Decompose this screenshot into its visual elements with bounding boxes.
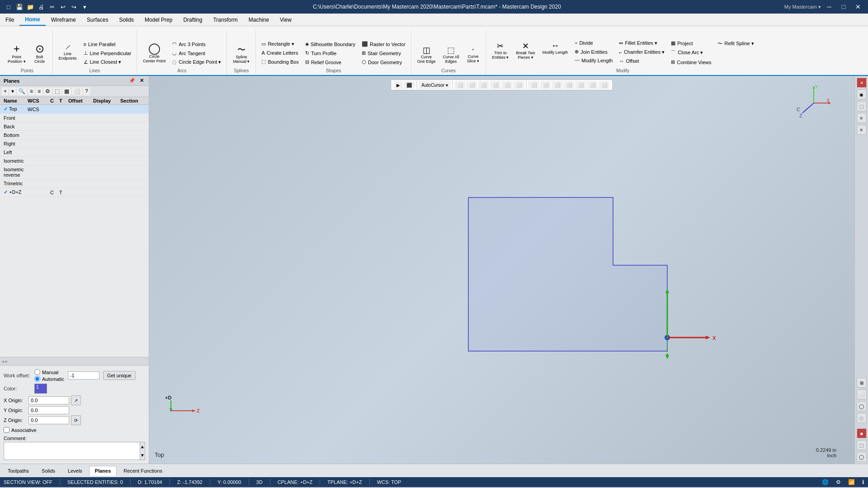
rp-button-4[interactable]: ≡ (857, 113, 867, 123)
silhouette-boundary-button[interactable]: ◈ Silhouette Boundary (302, 40, 358, 48)
arc-tangent-button[interactable]: ◡ Arc Tangent (170, 49, 224, 57)
door-geometry-button[interactable]: ⬡ Door Geometry (359, 58, 408, 66)
vt-view2[interactable]: ⬜ (540, 81, 551, 89)
create-letters-button[interactable]: A Create Letters (259, 49, 302, 57)
comment-scroll-down[interactable]: ▼ (140, 451, 145, 460)
menu-model-prep[interactable]: Model Prep (139, 14, 178, 26)
rp-button-3[interactable]: ⬚ (857, 101, 867, 111)
maximize-button[interactable]: □ (837, 2, 850, 12)
refit-spline-button[interactable]: 〜 Refit Spline ▾ (715, 39, 756, 48)
plane-row-isometric-reverse[interactable]: Isometric reverse (0, 165, 149, 179)
viewport[interactable]: ▶ ⬛ AutoCursor ▾ ⬜ ⬜ ⬜ ⬜ ⬜ ⬜ ⬜ ⬜ ⬜ ⬜ ⬜ ⬜… (149, 76, 854, 464)
menu-transform[interactable]: Transform (208, 14, 243, 26)
plane-tool7-button[interactable]: ⬚ (53, 87, 61, 95)
qat-save[interactable]: 💾 (14, 2, 24, 12)
plane-tool8-button[interactable]: ▦ (62, 87, 71, 95)
rp-button-7[interactable]: ⬜ (857, 389, 867, 399)
vt-view3[interactable]: ⬜ (552, 81, 563, 89)
comment-scroll-up[interactable]: ▲ (140, 442, 145, 451)
vt-view4[interactable]: ⬜ (564, 81, 575, 89)
rp-button-9[interactable]: ◌ (857, 413, 867, 423)
project-button[interactable]: ▦ Project (668, 39, 714, 47)
planes-scrollbar[interactable]: ◂ ▸ (0, 357, 149, 365)
fillet-entities-button[interactable]: ↭ Fillet Entities ▾ (616, 39, 667, 47)
menu-file[interactable]: File (0, 14, 19, 26)
menu-surfaces[interactable]: Surfaces (81, 14, 113, 26)
qat-open[interactable]: 📁 (25, 2, 35, 12)
menu-machine[interactable]: Machine (243, 14, 274, 26)
turn-profile-button[interactable]: ↻ Turn Profile (302, 49, 358, 57)
plane-row-front[interactable]: Front (0, 114, 149, 122)
point-position-button[interactable]: + PointPosition ▾ (5, 40, 29, 66)
vt-snap5[interactable]: ⬜ (502, 81, 513, 89)
vt-snap4[interactable]: ⬜ (490, 81, 501, 89)
vt-snap2[interactable]: ⬜ (467, 81, 477, 89)
tab-solids[interactable]: Solids (36, 466, 61, 476)
sb-info-button[interactable]: ℹ (862, 479, 864, 485)
plane-tool6-button[interactable]: ⚙ (43, 87, 52, 95)
offset-button[interactable]: ↔ Offset (616, 57, 667, 65)
rp-button-2[interactable]: ◉ (857, 89, 867, 99)
plane-search-button[interactable]: 🔍 (17, 87, 27, 95)
raster-to-vector-button[interactable]: ⬛ Raster to Vector (359, 40, 408, 48)
vt-autocursor-button[interactable]: AutoCursor ▾ (419, 81, 450, 89)
x-origin-input[interactable] (28, 396, 69, 404)
trim-to-entities-button[interactable]: ✂ Trim toEntities ▾ (489, 39, 512, 62)
menu-drafting[interactable]: Drafting (178, 14, 208, 26)
curve-one-edge-button[interactable]: ◫ CurveOne Edge (414, 43, 439, 66)
sb-wifi-button[interactable]: 📶 (848, 479, 855, 485)
associative-checkbox[interactable] (4, 427, 9, 433)
y-origin-input[interactable] (28, 406, 69, 414)
rp-button-6[interactable]: ⊞ (857, 378, 867, 388)
line-endpoints-button[interactable]: ⟋ LineEndpoints (56, 40, 80, 63)
qat-print[interactable]: 🖨 (36, 2, 46, 12)
qat-undo[interactable]: ↩ (58, 2, 68, 12)
chamfer-entities-button[interactable]: ⌐ Chamfer Entities ▾ (616, 48, 667, 56)
get-unique-button[interactable]: Get unique (103, 371, 136, 380)
stair-geometry-button[interactable]: ⊞ Stair Geometry (359, 49, 408, 57)
vt-stop-button[interactable]: ⬛ (404, 81, 415, 89)
vt-snap6[interactable]: ⬜ (514, 81, 524, 89)
line-parallel-button[interactable]: ≡ Line Parallel (81, 40, 134, 48)
plane-tool2-button[interactable]: ▾ (9, 87, 16, 95)
vt-snap3[interactable]: ⬜ (478, 81, 489, 89)
rp-button-8[interactable]: ◯ (857, 401, 867, 411)
plane-tool5-button[interactable]: ≡ (36, 87, 42, 95)
circle-edge-point-button[interactable]: ◌ Circle Edge Point ▾ (170, 58, 224, 66)
menu-solids[interactable]: Solids (113, 14, 139, 26)
color-swatch[interactable]: 1 (34, 384, 47, 394)
work-offset-input[interactable] (68, 371, 99, 380)
vt-view1[interactable]: ⬜ (528, 81, 539, 89)
sb-settings-button[interactable]: ⚙ (836, 479, 841, 485)
break-two-pieces-button[interactable]: ✕ Break TwoPieces ▾ (513, 39, 538, 62)
rectangle-button[interactable]: ▭ Rectangle ▾ (259, 40, 302, 48)
join-entities-button[interactable]: ⊕ Join Entities (572, 47, 615, 56)
qat-redo[interactable]: ↪ (69, 2, 79, 12)
panel-close-button[interactable]: ✕ (138, 78, 145, 84)
vt-view6[interactable]: ⬜ (587, 81, 598, 89)
plane-help-button[interactable]: ? (83, 87, 90, 95)
plane-row-dpz[interactable]: ✓ +D+Z C T (0, 188, 149, 197)
panel-pin-button[interactable]: 📌 (127, 78, 137, 84)
plane-row-isometric[interactable]: Isometric (0, 157, 149, 165)
plane-row-right[interactable]: Right (0, 140, 149, 148)
combine-views-button[interactable]: ⊞ Combine Views (668, 58, 714, 66)
rp-button-1[interactable]: ✕ (857, 78, 867, 88)
menu-view[interactable]: View (274, 14, 297, 26)
vt-view7[interactable]: ⬜ (599, 81, 610, 89)
line-closest-button[interactable]: ∠ Line Closest ▾ (81, 58, 134, 66)
relief-groove-button[interactable]: ⊟ Relief Groove (302, 58, 358, 66)
modify-length-sm-button[interactable]: 〰 Modify Length (572, 56, 615, 65)
qat-cut[interactable]: ✂ (47, 2, 57, 12)
vt-play-button[interactable]: ▶ (394, 81, 403, 89)
spline-manual-button[interactable]: 〜 SplineManual ▾ (230, 42, 253, 66)
sb-globe-button[interactable]: 🌐 (822, 479, 829, 485)
plane-row-left[interactable]: Left (0, 148, 149, 157)
tab-toolpaths[interactable]: Toolpaths (2, 466, 35, 476)
arc-3-points-button[interactable]: ◠ Arc 3 Points (170, 40, 224, 48)
divide-button[interactable]: ÷ Divide (572, 39, 615, 47)
comment-input[interactable] (4, 442, 140, 460)
z-origin-pick-button[interactable]: ⟳ (71, 415, 81, 425)
tab-recent-functions[interactable]: Recent Functions (118, 466, 168, 476)
bolt-circle-button[interactable]: ⊙ BoltCircle (30, 40, 50, 66)
